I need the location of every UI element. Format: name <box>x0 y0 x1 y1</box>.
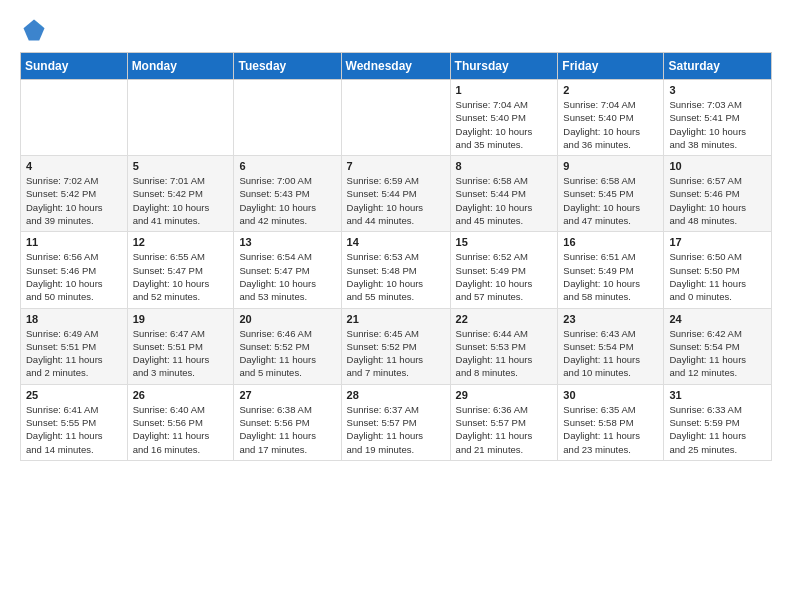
day-cell: 11Sunrise: 6:56 AM Sunset: 5:46 PM Dayli… <box>21 232 128 308</box>
day-number: 14 <box>347 236 445 248</box>
week-row-3: 11Sunrise: 6:56 AM Sunset: 5:46 PM Dayli… <box>21 232 772 308</box>
day-number: 15 <box>456 236 553 248</box>
day-cell: 24Sunrise: 6:42 AM Sunset: 5:54 PM Dayli… <box>664 308 772 384</box>
day-number: 29 <box>456 389 553 401</box>
day-info: Sunrise: 6:45 AM Sunset: 5:52 PM Dayligh… <box>347 327 445 380</box>
day-cell: 14Sunrise: 6:53 AM Sunset: 5:48 PM Dayli… <box>341 232 450 308</box>
day-cell: 28Sunrise: 6:37 AM Sunset: 5:57 PM Dayli… <box>341 384 450 460</box>
col-header-friday: Friday <box>558 53 664 80</box>
day-number: 6 <box>239 160 335 172</box>
day-number: 17 <box>669 236 766 248</box>
day-number: 18 <box>26 313 122 325</box>
day-number: 23 <box>563 313 658 325</box>
day-info: Sunrise: 6:35 AM Sunset: 5:58 PM Dayligh… <box>563 403 658 456</box>
calendar-header-row: SundayMondayTuesdayWednesdayThursdayFrid… <box>21 53 772 80</box>
day-number: 22 <box>456 313 553 325</box>
day-info: Sunrise: 6:40 AM Sunset: 5:56 PM Dayligh… <box>133 403 229 456</box>
day-info: Sunrise: 6:37 AM Sunset: 5:57 PM Dayligh… <box>347 403 445 456</box>
day-info: Sunrise: 6:56 AM Sunset: 5:46 PM Dayligh… <box>26 250 122 303</box>
day-number: 31 <box>669 389 766 401</box>
day-info: Sunrise: 6:44 AM Sunset: 5:53 PM Dayligh… <box>456 327 553 380</box>
page-header <box>20 16 772 44</box>
day-info: Sunrise: 7:03 AM Sunset: 5:41 PM Dayligh… <box>669 98 766 151</box>
svg-marker-0 <box>24 20 45 41</box>
day-info: Sunrise: 6:58 AM Sunset: 5:45 PM Dayligh… <box>563 174 658 227</box>
day-info: Sunrise: 6:59 AM Sunset: 5:44 PM Dayligh… <box>347 174 445 227</box>
day-cell: 29Sunrise: 6:36 AM Sunset: 5:57 PM Dayli… <box>450 384 558 460</box>
col-header-wednesday: Wednesday <box>341 53 450 80</box>
day-cell: 21Sunrise: 6:45 AM Sunset: 5:52 PM Dayli… <box>341 308 450 384</box>
day-info: Sunrise: 6:51 AM Sunset: 5:49 PM Dayligh… <box>563 250 658 303</box>
day-info: Sunrise: 7:04 AM Sunset: 5:40 PM Dayligh… <box>563 98 658 151</box>
day-number: 16 <box>563 236 658 248</box>
day-info: Sunrise: 6:41 AM Sunset: 5:55 PM Dayligh… <box>26 403 122 456</box>
day-info: Sunrise: 6:54 AM Sunset: 5:47 PM Dayligh… <box>239 250 335 303</box>
day-cell: 7Sunrise: 6:59 AM Sunset: 5:44 PM Daylig… <box>341 156 450 232</box>
day-cell: 6Sunrise: 7:00 AM Sunset: 5:43 PM Daylig… <box>234 156 341 232</box>
day-number: 7 <box>347 160 445 172</box>
day-number: 19 <box>133 313 229 325</box>
day-cell: 30Sunrise: 6:35 AM Sunset: 5:58 PM Dayli… <box>558 384 664 460</box>
day-cell: 22Sunrise: 6:44 AM Sunset: 5:53 PM Dayli… <box>450 308 558 384</box>
week-row-1: 1Sunrise: 7:04 AM Sunset: 5:40 PM Daylig… <box>21 80 772 156</box>
day-cell: 16Sunrise: 6:51 AM Sunset: 5:49 PM Dayli… <box>558 232 664 308</box>
day-info: Sunrise: 6:43 AM Sunset: 5:54 PM Dayligh… <box>563 327 658 380</box>
day-cell <box>127 80 234 156</box>
day-info: Sunrise: 7:01 AM Sunset: 5:42 PM Dayligh… <box>133 174 229 227</box>
day-cell: 26Sunrise: 6:40 AM Sunset: 5:56 PM Dayli… <box>127 384 234 460</box>
day-info: Sunrise: 6:36 AM Sunset: 5:57 PM Dayligh… <box>456 403 553 456</box>
day-cell <box>21 80 128 156</box>
day-cell: 31Sunrise: 6:33 AM Sunset: 5:59 PM Dayli… <box>664 384 772 460</box>
day-info: Sunrise: 6:38 AM Sunset: 5:56 PM Dayligh… <box>239 403 335 456</box>
day-number: 25 <box>26 389 122 401</box>
week-row-4: 18Sunrise: 6:49 AM Sunset: 5:51 PM Dayli… <box>21 308 772 384</box>
day-info: Sunrise: 6:33 AM Sunset: 5:59 PM Dayligh… <box>669 403 766 456</box>
day-number: 3 <box>669 84 766 96</box>
day-number: 9 <box>563 160 658 172</box>
day-info: Sunrise: 6:58 AM Sunset: 5:44 PM Dayligh… <box>456 174 553 227</box>
day-number: 2 <box>563 84 658 96</box>
day-number: 30 <box>563 389 658 401</box>
day-number: 11 <box>26 236 122 248</box>
day-cell: 1Sunrise: 7:04 AM Sunset: 5:40 PM Daylig… <box>450 80 558 156</box>
day-info: Sunrise: 7:00 AM Sunset: 5:43 PM Dayligh… <box>239 174 335 227</box>
day-cell: 19Sunrise: 6:47 AM Sunset: 5:51 PM Dayli… <box>127 308 234 384</box>
week-row-5: 25Sunrise: 6:41 AM Sunset: 5:55 PM Dayli… <box>21 384 772 460</box>
day-cell: 23Sunrise: 6:43 AM Sunset: 5:54 PM Dayli… <box>558 308 664 384</box>
day-number: 20 <box>239 313 335 325</box>
day-cell: 3Sunrise: 7:03 AM Sunset: 5:41 PM Daylig… <box>664 80 772 156</box>
day-number: 26 <box>133 389 229 401</box>
day-info: Sunrise: 6:49 AM Sunset: 5:51 PM Dayligh… <box>26 327 122 380</box>
day-info: Sunrise: 6:47 AM Sunset: 5:51 PM Dayligh… <box>133 327 229 380</box>
day-info: Sunrise: 6:42 AM Sunset: 5:54 PM Dayligh… <box>669 327 766 380</box>
day-cell: 4Sunrise: 7:02 AM Sunset: 5:42 PM Daylig… <box>21 156 128 232</box>
day-number: 1 <box>456 84 553 96</box>
col-header-monday: Monday <box>127 53 234 80</box>
day-number: 13 <box>239 236 335 248</box>
calendar-table: SundayMondayTuesdayWednesdayThursdayFrid… <box>20 52 772 461</box>
day-info: Sunrise: 6:57 AM Sunset: 5:46 PM Dayligh… <box>669 174 766 227</box>
day-info: Sunrise: 6:46 AM Sunset: 5:52 PM Dayligh… <box>239 327 335 380</box>
logo <box>20 16 52 44</box>
day-cell: 2Sunrise: 7:04 AM Sunset: 5:40 PM Daylig… <box>558 80 664 156</box>
day-number: 8 <box>456 160 553 172</box>
day-cell: 12Sunrise: 6:55 AM Sunset: 5:47 PM Dayli… <box>127 232 234 308</box>
day-number: 5 <box>133 160 229 172</box>
col-header-saturday: Saturday <box>664 53 772 80</box>
day-cell: 9Sunrise: 6:58 AM Sunset: 5:45 PM Daylig… <box>558 156 664 232</box>
logo-icon <box>20 16 48 44</box>
day-cell: 5Sunrise: 7:01 AM Sunset: 5:42 PM Daylig… <box>127 156 234 232</box>
day-cell: 20Sunrise: 6:46 AM Sunset: 5:52 PM Dayli… <box>234 308 341 384</box>
day-number: 24 <box>669 313 766 325</box>
col-header-thursday: Thursday <box>450 53 558 80</box>
day-number: 28 <box>347 389 445 401</box>
col-header-sunday: Sunday <box>21 53 128 80</box>
day-info: Sunrise: 6:52 AM Sunset: 5:49 PM Dayligh… <box>456 250 553 303</box>
day-cell: 8Sunrise: 6:58 AM Sunset: 5:44 PM Daylig… <box>450 156 558 232</box>
day-number: 21 <box>347 313 445 325</box>
day-cell: 17Sunrise: 6:50 AM Sunset: 5:50 PM Dayli… <box>664 232 772 308</box>
day-info: Sunrise: 6:55 AM Sunset: 5:47 PM Dayligh… <box>133 250 229 303</box>
day-number: 12 <box>133 236 229 248</box>
day-cell <box>341 80 450 156</box>
day-cell: 27Sunrise: 6:38 AM Sunset: 5:56 PM Dayli… <box>234 384 341 460</box>
